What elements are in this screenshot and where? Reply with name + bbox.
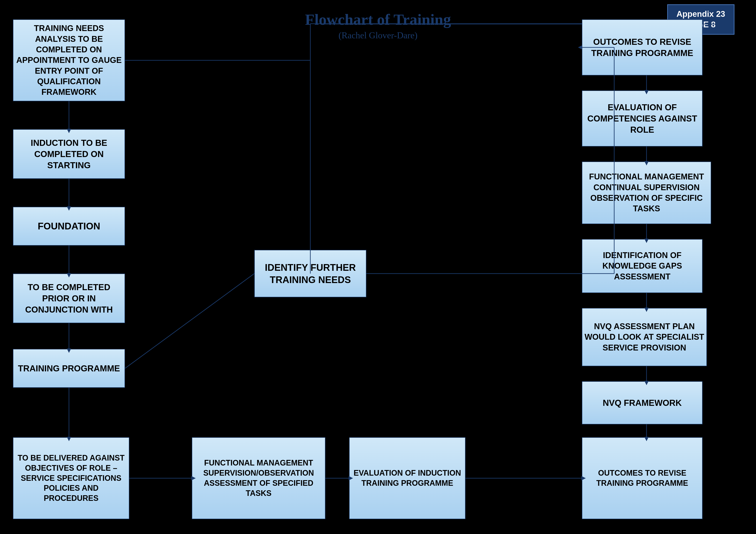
box-evaluation-comp: EVALUATION OF COMPETENCIES AGAINST ROLE [582, 90, 703, 146]
box-functional-mgmt: FUNCTIONAL MANAGEMENT CONTINUAL SUPERVIS… [582, 162, 711, 224]
box-training-needs: TRAINING NEEDS ANALYSIS TO BE COMPLETED … [13, 19, 125, 101]
box-identify-training: IDENTIFY FURTHER TRAINING NEEDS [254, 250, 366, 297]
box-nvq-framework: NVQ FRAMEWORK [582, 381, 703, 424]
box-functional-mgmt-bottom: FUNCTIONAL MANAGEMENT SUPERVISION/OBSERV… [192, 437, 325, 519]
box-foundation: FOUNDATION [13, 207, 125, 245]
box-outcomes-top: OUTCOMES TO REVISE TRAINING PROGRAMME [582, 19, 703, 75]
subtitle: (Rachel Glover-Dare) [338, 30, 418, 40]
svg-line-10 [125, 273, 254, 369]
box-evaluation-induction: EVALUATION OF INDUCTION TRAINING PROGRAM… [349, 437, 466, 519]
box-knowledge-gaps: IDENTIFICATION OF KNOWLEDGE GAPS ASSESSM… [582, 239, 703, 293]
appendix-label: Appendix 23 [676, 10, 725, 18]
page-title: Flowchart of Training [305, 11, 451, 29]
box-outcomes-bottom: OUTCOMES TO REVISE TRAINING PROGRAMME [582, 437, 703, 519]
box-training-programme: TRAINING PROGRAMME [13, 349, 125, 388]
box-nvq-assessment: NVQ ASSESSMENT PLAN WOULD LOOK AT SPECIA… [582, 308, 707, 366]
box-induction: INDUCTION TO BE COMPLETED ON STARTING [13, 129, 125, 179]
box-delivered-against: TO BE DELIVERED AGAINST OBJECTIVES OF RO… [13, 437, 129, 519]
box-prior: TO BE COMPLETED PRIOR OR IN CONJUNCTION … [13, 273, 125, 323]
svg-marker-28 [578, 45, 582, 50]
